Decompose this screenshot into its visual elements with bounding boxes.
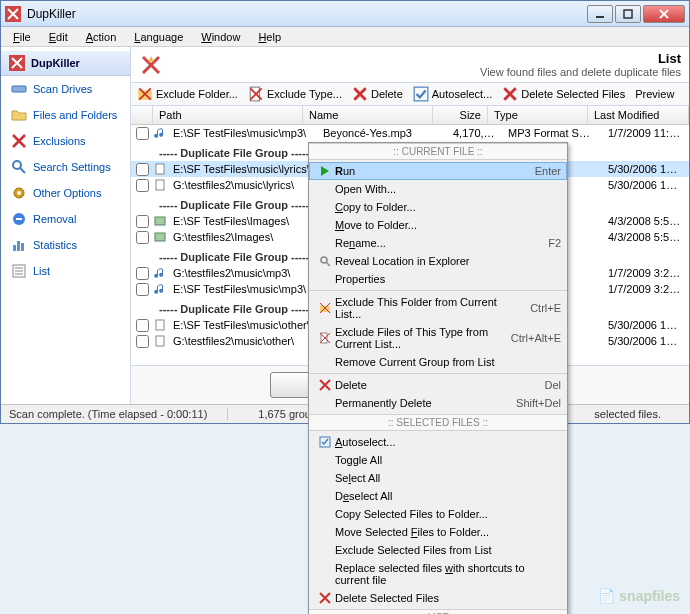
column-name[interactable]: Name <box>303 106 433 124</box>
minimize-button[interactable] <box>587 5 613 23</box>
ctx-exclude-folder[interactable]: Exclude This Folder from Current List...… <box>309 293 567 323</box>
ctx-rename[interactable]: Rename...F2 <box>309 234 567 252</box>
menu-file[interactable]: File <box>5 29 39 45</box>
sidebar-item-exclusions[interactable]: Exclusions <box>1 128 130 154</box>
svg-rect-11 <box>17 241 20 251</box>
ctx-delete[interactable]: DeleteDel <box>309 376 567 394</box>
play-icon <box>315 165 335 177</box>
row-checkbox[interactable] <box>131 283 153 296</box>
column-last-modified[interactable]: Last Modified <box>588 106 689 124</box>
ctx-properties[interactable]: Properties <box>309 270 567 288</box>
sidebar-header: DupKiller <box>1 51 130 76</box>
sidebar-item-search-settings[interactable]: Search Settings <box>1 154 130 180</box>
row-checkbox[interactable] <box>131 179 153 192</box>
ctx-remove-group[interactable]: Remove Current Group from List <box>309 353 567 371</box>
row-checkbox[interactable] <box>131 267 153 280</box>
preview-button[interactable]: Preview <box>635 88 674 100</box>
cell-modified: 1/7/2009 3:26:16 PM <box>602 283 689 295</box>
svg-rect-25 <box>156 336 164 346</box>
ctx-permanently-delete[interactable]: Permanently DeleteShift+Del <box>309 394 567 412</box>
watermark: 📄 snapfiles <box>598 588 680 604</box>
ctx-exclude-type[interactable]: Exclude Files of This Type from Current … <box>309 323 567 353</box>
file-type-icon <box>153 319 167 331</box>
column-checkbox[interactable] <box>131 106 153 124</box>
app-icon <box>5 6 21 22</box>
sidebar-item-scan-drives[interactable]: Scan Drives <box>1 76 130 102</box>
main-header: List View found files and delete duplica… <box>131 47 689 83</box>
ctx-copy-to-folder[interactable]: Copy to Folder... <box>309 198 567 216</box>
ctx-move-to-folder[interactable]: Move to Folder... <box>309 216 567 234</box>
app-icon <box>9 55 25 71</box>
exclude-type-icon <box>248 86 264 102</box>
ctx-select-all[interactable]: Select All <box>309 469 567 487</box>
delete-selected-button[interactable]: Delete Selected Files <box>502 86 625 102</box>
cell-path: G:\testfiles2\music\lyrics\ <box>167 179 317 191</box>
row-checkbox[interactable] <box>131 163 153 176</box>
delete-button[interactable]: Delete <box>352 86 403 102</box>
window-title: DupKiller <box>27 7 587 21</box>
svg-rect-21 <box>156 180 164 190</box>
menubar: File Edit Action Language Window Help <box>1 27 689 47</box>
menu-help[interactable]: Help <box>250 29 289 45</box>
exclude-type-icon <box>315 332 335 344</box>
exclude-folder-icon <box>137 86 153 102</box>
autoselect-icon <box>315 436 335 448</box>
ctx-exclude-selected[interactable]: Exclude Selected Files from List <box>309 541 567 559</box>
menu-action[interactable]: Action <box>78 29 125 45</box>
cell-path: G:\testfiles2\music\other\ <box>167 335 317 347</box>
page-title: List <box>171 51 681 66</box>
exclude-type-button[interactable]: Exclude Type... <box>248 86 342 102</box>
sidebar-item-list[interactable]: List <box>1 258 130 284</box>
row-checkbox[interactable] <box>131 127 153 140</box>
sidebar-item-files-folders[interactable]: Files and Folders <box>1 102 130 128</box>
row-checkbox[interactable] <box>131 215 153 228</box>
delete-icon <box>315 379 335 391</box>
ctx-open-with[interactable]: Open With... <box>309 180 567 198</box>
cell-size: 4,170,378 <box>447 127 502 139</box>
column-path[interactable]: Path <box>153 106 303 124</box>
status-left: Scan complete. (Time elapsed - 0:00:11) <box>9 408 228 420</box>
ctx-delete-selected[interactable]: Delete Selected Files <box>309 589 567 607</box>
ctx-move-selected[interactable]: Move Selected Files to Folder... <box>309 523 567 541</box>
autoselect-button[interactable]: Autoselect... <box>413 86 493 102</box>
sidebar-item-statistics[interactable]: Statistics <box>1 232 130 258</box>
svg-rect-10 <box>13 245 16 251</box>
menu-edit[interactable]: Edit <box>41 29 76 45</box>
ctx-autoselect[interactable]: Autoselect... <box>309 433 567 451</box>
cell-modified: 1/7/2009 3:26:16 PM <box>602 267 689 279</box>
close-button[interactable] <box>643 5 685 23</box>
column-size[interactable]: Size <box>433 106 488 124</box>
cell-modified: 5/30/2006 10:14:52 PM <box>602 179 689 191</box>
ctx-deselect-all[interactable]: Deselect All <box>309 487 567 505</box>
column-type[interactable]: Type <box>488 106 588 124</box>
sidebar-item-removal[interactable]: Removal <box>1 206 130 232</box>
row-checkbox[interactable] <box>131 335 153 348</box>
file-type-icon <box>153 163 167 175</box>
row-checkbox[interactable] <box>131 231 153 244</box>
table-row[interactable]: E:\SF TestFiles\music\mp3\Beyoncé-Yes.mp… <box>131 125 689 141</box>
ctx-section-list: :: LIST :: <box>309 609 567 614</box>
delete-icon <box>352 86 368 102</box>
maximize-button[interactable] <box>615 5 641 23</box>
svg-point-8 <box>17 191 21 195</box>
ctx-reveal-in-explorer[interactable]: Reveal Location in Explorer <box>309 252 567 270</box>
menu-window[interactable]: Window <box>193 29 248 45</box>
menu-language[interactable]: Language <box>126 29 191 45</box>
ctx-run[interactable]: RunEnter <box>309 162 567 180</box>
stats-icon <box>11 237 27 253</box>
ctx-replace-selected[interactable]: Replace selected files with shortcuts to… <box>309 559 567 589</box>
search-icon <box>315 255 335 267</box>
file-type-icon <box>153 179 167 191</box>
ctx-toggle-all[interactable]: Toggle All <box>309 451 567 469</box>
app-icon-large <box>139 53 163 77</box>
row-checkbox[interactable] <box>131 319 153 332</box>
cell-modified: 4/3/2008 5:53:04 PM <box>602 215 689 227</box>
titlebar[interactable]: DupKiller <box>1 1 689 27</box>
removal-icon <box>11 211 27 227</box>
cell-path: E:\SF TestFiles\music\mp3\ <box>167 127 317 139</box>
ctx-copy-selected[interactable]: Copy Selected Files to Folder... <box>309 505 567 523</box>
exclude-folder-button[interactable]: Exclude Folder... <box>137 86 238 102</box>
gear-icon <box>11 185 27 201</box>
sidebar-item-other-options[interactable]: Other Options <box>1 180 130 206</box>
cell-modified: 1/7/2009 11:52:20 AM <box>602 127 689 139</box>
